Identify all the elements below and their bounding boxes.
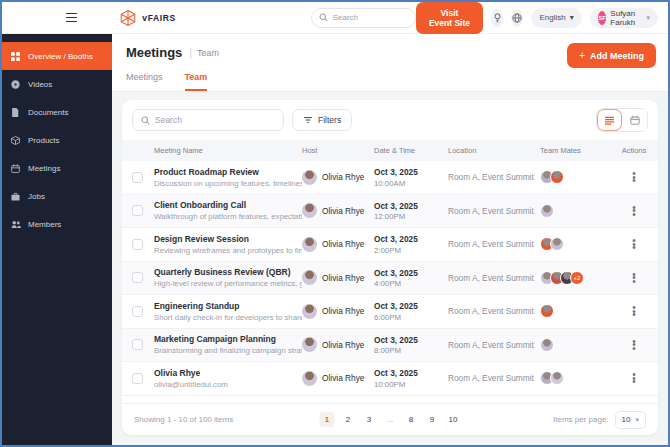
briefcase-icon	[11, 192, 21, 201]
filter-lines-icon	[303, 116, 313, 124]
pagination-page-3[interactable]: 3	[362, 412, 377, 427]
row-actions-kebab-icon[interactable]: •••	[632, 172, 636, 183]
host-cell: Olivia Rhye	[302, 170, 374, 185]
hamburger-menu-icon[interactable]	[66, 10, 77, 25]
meeting-time: 2:00PM	[374, 246, 448, 255]
sidebar-item-members[interactable]: Members	[2, 210, 112, 238]
items-per-page-select[interactable]: 10 ▾	[615, 411, 646, 429]
pagination-page-8[interactable]: 8	[404, 412, 419, 427]
actions-cell: •••	[620, 306, 648, 317]
pagination-page-9[interactable]: 9	[425, 412, 440, 427]
sidebar-item-label: Products	[28, 136, 60, 145]
table-row: Marketing Campaign PlanningBrainstorming…	[122, 329, 658, 363]
meeting-title: Design Review Session	[154, 234, 302, 244]
list-view-button[interactable]	[597, 109, 622, 131]
tab-team[interactable]: Team	[185, 72, 208, 91]
add-meeting-button[interactable]: + Add Meeting	[567, 43, 656, 68]
language-selector[interactable]: English ▾	[531, 8, 581, 28]
pagination-page-1[interactable]: 1	[320, 412, 335, 427]
sidebar-item-documents[interactable]: Documents	[2, 98, 112, 126]
pagination-page-10[interactable]: 10	[446, 412, 461, 427]
document-icon	[11, 108, 21, 117]
date-time-cell: Oct 3, 202512:00PM	[374, 201, 448, 222]
meeting-name-cell: Engineering StandupShort daily check-in …	[154, 301, 302, 322]
row-checkbox[interactable]	[132, 272, 143, 283]
meeting-date: Oct 3, 2025	[374, 335, 448, 345]
meeting-subtitle: High-level review of performance metrics…	[154, 279, 302, 288]
host-cell: Olivia Rhye	[302, 337, 374, 352]
date-time-cell: Oct 3, 20256:00PM	[374, 301, 448, 322]
location-cell: Room A, Event Summit	[448, 206, 540, 216]
row-checkbox[interactable]	[132, 172, 143, 183]
table-footer: Showing 1 - 10 of 100 items 123...8910 I…	[122, 403, 658, 435]
team-mates-cell	[540, 304, 620, 318]
row-checkbox[interactable]	[132, 339, 143, 350]
row-actions-kebab-icon[interactable]: •••	[632, 306, 636, 317]
row-checkbox[interactable]	[132, 239, 143, 250]
global-search-input[interactable]	[333, 13, 408, 22]
meeting-subtitle: Discussion on upcoming features, timelin…	[154, 179, 302, 188]
sidebar-item-products[interactable]: Products	[2, 126, 112, 154]
host-name: Olivia Rhye	[322, 306, 364, 316]
topbar: vFAIRS Visit Event Site	[2, 2, 668, 34]
row-checkbox[interactable]	[132, 373, 143, 384]
table-row: Client Onboarding CallWalkthrough of pla…	[122, 195, 658, 229]
filters-button[interactable]: Filters	[292, 109, 352, 131]
sidebar-item-jobs[interactable]: Jobs	[2, 182, 112, 210]
host-avatar	[302, 203, 317, 218]
sidebar-item-label: Jobs	[28, 192, 45, 201]
global-search[interactable]	[311, 8, 416, 28]
host-name: Olivia Rhye	[322, 373, 364, 383]
row-checkbox[interactable]	[132, 306, 143, 317]
sidebar-item-overview-booths[interactable]: Overview / Booths	[2, 42, 112, 70]
host-avatar	[302, 304, 317, 319]
team-mates-overflow-badge[interactable]: +2	[570, 271, 584, 285]
user-menu[interactable]: SF Sufyan Farukh ▾	[590, 8, 658, 28]
sidebar-item-videos[interactable]: Videos	[2, 70, 112, 98]
meeting-name-cell: Marketing Campaign PlanningBrainstorming…	[154, 334, 302, 355]
sidebar-item-meetings[interactable]: Meetings	[2, 154, 112, 182]
actions-cell: •••	[620, 206, 648, 217]
meeting-subtitle: olivia@untitledui.com	[154, 380, 302, 389]
host-avatar	[302, 170, 317, 185]
team-mate-avatar	[550, 170, 564, 184]
meeting-name-cell: Quarterly Business Review (QBR)High-leve…	[154, 267, 302, 288]
tab-meetings[interactable]: Meetings	[126, 72, 163, 91]
team-mates-cell	[540, 237, 620, 251]
play-icon	[11, 80, 21, 89]
meeting-title: Engineering Standup	[154, 301, 302, 311]
location-cell: Room A, Event Summit	[448, 172, 540, 182]
row-actions-kebab-icon[interactable]: •••	[632, 206, 636, 217]
breadcrumb: Team	[197, 48, 219, 58]
host-name: Olivia Rhye	[322, 172, 364, 182]
row-actions-kebab-icon[interactable]: •••	[632, 373, 636, 384]
globe-icon[interactable]	[511, 9, 523, 27]
row-checkbox[interactable]	[132, 205, 143, 216]
calendar-view-button[interactable]	[622, 109, 647, 131]
meeting-time: 10:00AM	[374, 179, 448, 188]
calendar-icon	[11, 164, 21, 173]
row-actions-kebab-icon[interactable]: •••	[632, 239, 636, 250]
sidebar: Overview / BoothsVideosDocumentsProducts…	[2, 34, 112, 445]
team-mates-cell: +2	[540, 271, 620, 285]
pagination-page-2[interactable]: 2	[341, 412, 356, 427]
lightbulb-icon[interactable]	[491, 9, 503, 27]
meeting-name-cell: Design Review SessionReviewing wireframe…	[154, 234, 302, 255]
team-mate-avatar	[540, 204, 554, 218]
host-cell: Olivia Rhye	[302, 203, 374, 218]
visit-event-site-button[interactable]: Visit Event Site	[416, 2, 483, 34]
meeting-time: 4:00PM	[374, 279, 448, 288]
date-time-cell: Oct 3, 20254:00PM	[374, 268, 448, 289]
table-search-input[interactable]	[155, 115, 275, 125]
host-avatar	[302, 270, 317, 285]
row-actions-kebab-icon[interactable]: •••	[632, 273, 636, 284]
meeting-title: Olivia Rhye	[154, 368, 302, 378]
meetings-card: Filters	[122, 100, 658, 435]
meeting-date: Oct 3, 2025	[374, 268, 448, 278]
row-actions-kebab-icon[interactable]: •••	[632, 340, 636, 351]
people-icon	[11, 220, 21, 229]
table-search[interactable]	[132, 109, 284, 131]
host-name: Olivia Rhye	[322, 206, 364, 216]
table-row: Design Review SessionReviewing wireframe…	[122, 228, 658, 262]
meeting-date: Oct 3, 2025	[374, 201, 448, 211]
